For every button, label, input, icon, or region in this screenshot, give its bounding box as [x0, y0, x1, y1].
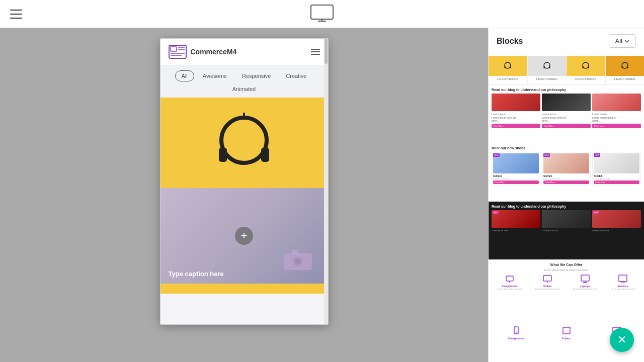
header-center: [310, 4, 334, 24]
svg-rect-27: [627, 66, 628, 68]
preview-menu-icon[interactable]: [311, 49, 320, 55]
preview-window: CommerceM4 All Awesome Responsive Creati…: [160, 38, 329, 325]
filter-tabs: All Awesome Responsive Creative Animated: [160, 65, 328, 98]
chevron-down-icon: [624, 39, 629, 44]
tab-all[interactable]: All: [175, 70, 194, 81]
block-preview-blog-dark: Read our blog to understand our philosop…: [489, 202, 644, 259]
block-preview-shoes: Meet our new shoes NEW SHOES Lorem ipsum…: [489, 143, 644, 201]
right-panel: Blocks All HEADPHONES: [488, 28, 644, 362]
block-item-blog-2[interactable]: Read our blog to understand our philosop…: [489, 202, 644, 260]
block-item-blog-1[interactable]: Read our blog to understand our philosop…: [489, 85, 644, 143]
tab-creative[interactable]: Creative: [279, 70, 313, 81]
svg-rect-15: [292, 250, 298, 254]
add-image-button[interactable]: +: [235, 227, 253, 245]
tab-responsive[interactable]: Responsive: [235, 70, 277, 81]
preview-scroll-thumb: [325, 39, 328, 64]
svg-rect-28: [506, 276, 513, 281]
block-preview-services: What We Can Offer Lorem ipsum dolor sit …: [489, 260, 644, 318]
svg-rect-20: [543, 66, 545, 68]
camera-decoration: [283, 249, 313, 274]
svg-rect-17: [505, 66, 506, 68]
all-dropdown[interactable]: All: [609, 34, 636, 48]
svg-rect-24: [588, 66, 589, 68]
svg-rect-35: [619, 275, 627, 282]
blocks-list: HEADPHONES HEADPHONES HEADPHONES: [489, 54, 644, 362]
svg-rect-10: [219, 148, 227, 162]
canvas-area: CommerceM4 All Awesome Responsive Creati…: [0, 28, 488, 362]
blocks-header: Blocks All: [489, 28, 644, 54]
svg-point-9: [221, 118, 267, 163]
headphones-section: [160, 98, 328, 188]
tab-animated[interactable]: Animated: [226, 83, 262, 95]
svg-rect-21: [549, 66, 550, 68]
svg-rect-26: [621, 66, 623, 68]
main-area: CommerceM4 All Awesome Responsive Creati…: [0, 28, 644, 362]
svg-rect-18: [510, 66, 511, 68]
headphones-image: [204, 103, 284, 183]
svg-rect-30: [543, 276, 551, 281]
menu-button[interactable]: [10, 10, 22, 19]
logo-icon: [169, 45, 187, 59]
caption-section: + Type caption here: [160, 188, 328, 284]
close-fab-button[interactable]: ✕: [610, 328, 634, 352]
svg-point-40: [566, 333, 567, 334]
svg-point-14: [295, 258, 301, 264]
svg-point-38: [516, 332, 517, 333]
svg-rect-39: [563, 327, 570, 334]
tab-awesome[interactable]: Awesome: [196, 70, 233, 81]
block-item-headphones-top[interactable]: HEADPHONES HEADPHONES HEADPHONES: [489, 54, 644, 85]
desktop-view-button[interactable]: [310, 4, 334, 24]
blocks-title: Blocks: [497, 37, 523, 46]
svg-rect-3: [169, 45, 186, 58]
block-item-shoes[interactable]: Meet our new shoes NEW SHOES Lorem ipsum…: [489, 143, 644, 202]
block-item-services[interactable]: What We Can Offer Lorem ipsum dolor sit …: [489, 260, 644, 318]
header-left: [10, 10, 22, 19]
preview-scrollbar[interactable]: [324, 39, 328, 324]
yellow-strip: [160, 284, 328, 294]
caption-text: Type caption here: [169, 270, 224, 278]
preview-logo: CommerceM4: [169, 45, 237, 59]
monitor-icon: [310, 4, 334, 22]
svg-rect-32: [581, 275, 589, 281]
svg-rect-4: [171, 47, 177, 51]
block-preview-blog: Read our blog to understand our philosop…: [489, 85, 644, 143]
app-header: [0, 0, 644, 28]
preview-nav: CommerceM4: [160, 39, 328, 65]
svg-rect-11: [261, 148, 269, 162]
close-icon: ✕: [617, 333, 626, 346]
svg-rect-0: [311, 5, 333, 19]
svg-rect-23: [583, 66, 584, 68]
logo-text: CommerceM4: [191, 48, 237, 56]
